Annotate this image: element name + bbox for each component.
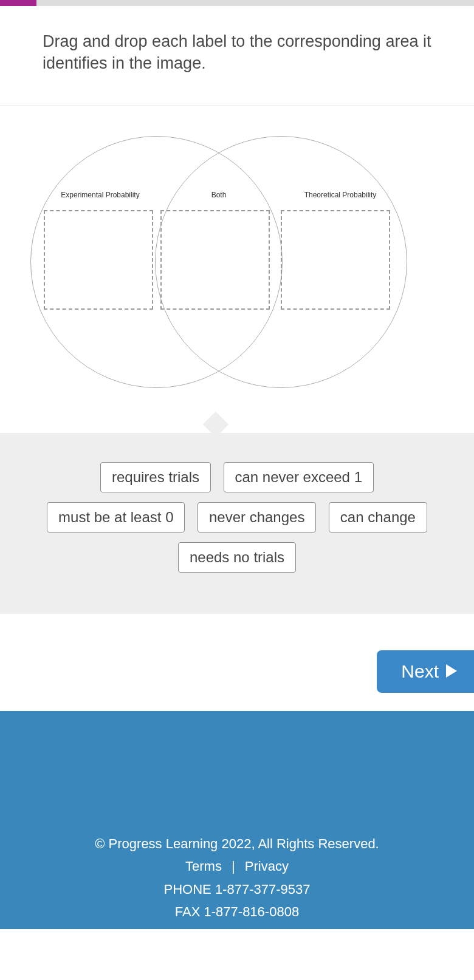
footer-privacy-link[interactable]: Privacy: [245, 859, 289, 874]
venn-diagram-area: Experimental Probability Both Theoretica…: [0, 105, 474, 433]
progress-bar: [0, 0, 474, 6]
dropzone-both[interactable]: [160, 210, 270, 310]
label-chip[interactable]: needs no trials: [178, 542, 296, 573]
separator: |: [232, 859, 235, 874]
next-button[interactable]: Next: [377, 650, 474, 693]
progress-fill: [0, 0, 36, 6]
venn-label-right: Theoretical Probability: [286, 191, 395, 199]
dropzone-experimental[interactable]: [44, 210, 153, 310]
venn-label-left: Experimental Probability: [52, 191, 149, 199]
footer-phone: PHONE 1-877-377-9537: [12, 878, 462, 900]
play-icon: [446, 661, 457, 682]
label-chip[interactable]: requires trials: [100, 462, 211, 492]
footer-terms-link[interactable]: Terms: [185, 859, 222, 874]
venn-wrap: Experimental Probability Both Theoretica…: [30, 136, 407, 391]
question-area: Drag and drop each label to the correspo…: [0, 6, 474, 105]
label-chip[interactable]: can change: [329, 502, 427, 533]
question-prompt: Drag and drop each label to the correspo…: [43, 30, 431, 75]
next-button-label: Next: [401, 661, 439, 682]
labels-tray: requires trials can never exceed 1 must …: [0, 433, 474, 614]
svg-marker-0: [446, 664, 457, 678]
label-chip[interactable]: never changes: [197, 502, 316, 533]
nav-area: Next: [0, 614, 474, 711]
label-chip[interactable]: can never exceed 1: [224, 462, 374, 492]
venn-label-center: Both: [201, 191, 237, 199]
label-chip[interactable]: must be at least 0: [47, 502, 185, 533]
footer: © Progress Learning 2022, All Rights Res…: [0, 711, 474, 930]
footer-copyright: © Progress Learning 2022, All Rights Res…: [12, 832, 462, 855]
dropzone-theoretical[interactable]: [281, 210, 390, 310]
footer-fax: FAX 1-877-816-0808: [12, 900, 462, 923]
